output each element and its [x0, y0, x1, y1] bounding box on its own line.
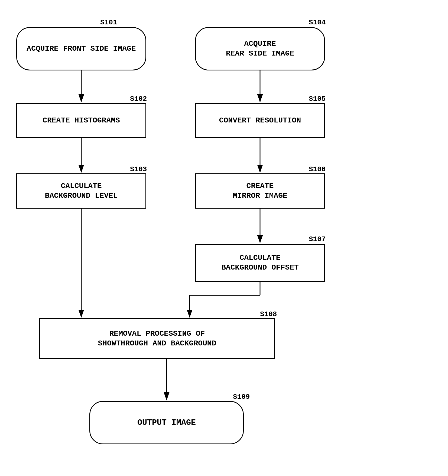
node-s105-label: CONVERT RESOLUTION: [219, 116, 301, 125]
step-label-s101: S101: [100, 18, 117, 27]
node-s102-label: CREATE HISTOGRAMS: [43, 116, 120, 125]
node-s105: CONVERT RESOLUTION: [195, 103, 325, 138]
node-s104-label: ACQUIREREAR SIDE IMAGE: [226, 39, 294, 59]
node-s103: CALCULATEBACKGROUND LEVEL: [16, 173, 146, 209]
node-s102: CREATE HISTOGRAMS: [16, 103, 146, 138]
node-s106-label: CREATEMIRROR IMAGE: [233, 181, 287, 201]
node-s108-label: REMOVAL PROCESSING OFSHOWTHROUGH AND BAC…: [98, 329, 216, 349]
node-s101: ACQUIRE FRONT SIDE IMAGE: [16, 27, 146, 70]
node-s101-label: ACQUIRE FRONT SIDE IMAGE: [27, 44, 136, 54]
node-s103-label: CALCULATEBACKGROUND LEVEL: [45, 181, 118, 201]
node-s109-label: OUTPUT IMAGE: [137, 417, 196, 428]
step-label-s108: S108: [260, 310, 277, 318]
node-s107: CALCULATEBACKGROUND OFFSET: [195, 244, 325, 282]
step-label-s102: S102: [130, 95, 147, 103]
node-s106: CREATEMIRROR IMAGE: [195, 173, 325, 209]
node-s107-label: CALCULATEBACKGROUND OFFSET: [221, 253, 299, 273]
node-s104: ACQUIREREAR SIDE IMAGE: [195, 27, 325, 70]
step-label-s103: S103: [130, 165, 147, 173]
step-label-s104: S104: [309, 18, 326, 27]
step-label-s109: S109: [233, 393, 250, 401]
step-label-s105: S105: [309, 95, 326, 103]
flowchart-diagram: ACQUIRE FRONT SIDE IMAGE S101 CREATE HIS…: [0, 0, 448, 476]
node-s109: OUTPUT IMAGE: [89, 401, 244, 444]
step-label-s106: S106: [309, 165, 326, 173]
node-s108: REMOVAL PROCESSING OFSHOWTHROUGH AND BAC…: [39, 318, 275, 359]
step-label-s107: S107: [309, 235, 326, 243]
